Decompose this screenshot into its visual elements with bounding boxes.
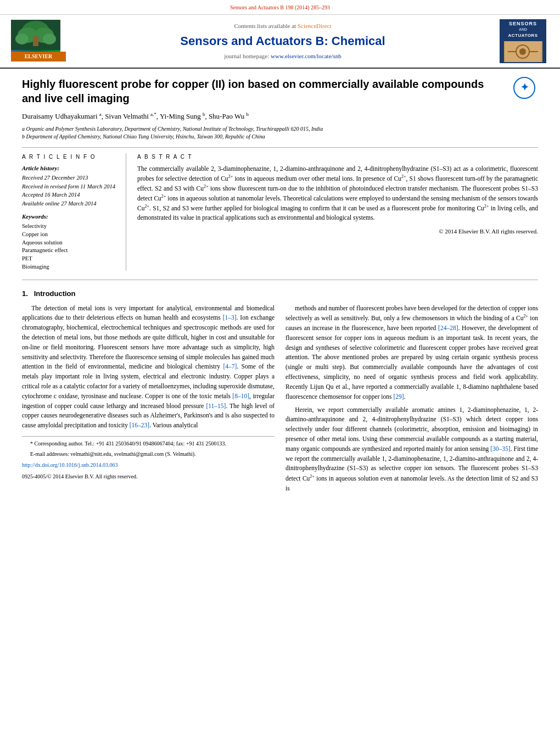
section-1-title: 1. Introduction — [22, 289, 538, 299]
ref-4-7: [4–7] — [223, 363, 237, 370]
ref-29: [29] — [393, 393, 404, 400]
accepted-date: Accepted 16 March 2014 — [22, 191, 117, 199]
sensors-line3: AcTuators — [508, 33, 538, 38]
article-history-title: Article history: — [22, 164, 117, 172]
svg-point-5 — [15, 34, 29, 44]
svg-point-6 — [43, 34, 56, 44]
article-content: Highly fluorescent probe for copper (II)… — [0, 69, 560, 276]
doi-link[interactable]: http://dx.doi.org/10.1016/j.snb.2014.03.… — [22, 462, 118, 468]
footnote-corresponding: * Corresponding author. Tel.: +91 431 25… — [22, 439, 275, 448]
article-info: Article history: Received 27 December 20… — [22, 164, 117, 271]
abstract-text: The commercially available 2, 3-diaminop… — [137, 164, 538, 223]
ref-16-23: [16–23] — [130, 422, 149, 428]
copyright: © 2014 Elsevier B.V. All rights reserved… — [137, 227, 538, 236]
intro-para-3: Herein, we report commercially available… — [285, 405, 538, 494]
issn-area: 0925-4005/© 2014 Elsevier B.V. All right… — [22, 472, 275, 481]
keyword-6: Bioimaging — [22, 263, 117, 271]
doi-area: http://dx.doi.org/10.1016/j.snb.2014.03.… — [22, 461, 275, 470]
divider-1 — [22, 147, 538, 148]
ref-1-3: [1–3] — [223, 314, 237, 321]
keyword-5: PET — [22, 255, 117, 263]
ref-11-15: [11–15] — [206, 403, 226, 409]
keyword-1: Selectivity — [22, 222, 117, 231]
received-revised-date: Received in revised form 11 March 2014 — [22, 183, 117, 191]
footnote-email: E-mail addresses: velmathi@nitt.edu, sve… — [22, 450, 275, 459]
top-bar: Sensors and Actuators B 198 (2014) 285–2… — [0, 0, 560, 15]
article-info-col: A R T I C L E I N F O Article history: R… — [22, 153, 126, 271]
intro-columns: The detection of metal ions is very impo… — [22, 304, 538, 497]
available-date: Available online 27 March 2014 — [22, 200, 117, 208]
journal-title: Sensors and Actuators B: Chemical — [77, 33, 489, 50]
article-info-heading: A R T I C L E I N F O — [22, 153, 117, 161]
page: Sensors and Actuators B 198 (2014) 285–2… — [0, 0, 560, 503]
sensors-logo: SENSORS and AcTuators — [500, 19, 549, 63]
homepage-link: journal homepage: www.elsevier.com/locat… — [77, 52, 489, 60]
elsevier-logo: ELSEVIER — [11, 21, 66, 62]
crossmark-icon: ✦ — [513, 77, 535, 99]
body-content: 1. Introduction The detection of metal i… — [0, 283, 560, 502]
sensors-line2: and — [519, 27, 527, 32]
svg-point-9 — [519, 48, 526, 55]
authors-line: Duraisamy Udhayakumari a, Sivan Velmathi… — [22, 111, 538, 122]
footnote-area: * Corresponding author. Tel.: +91 431 25… — [22, 436, 275, 458]
affiliation-a: a Organic and Polymer Synthesis Laborato… — [22, 125, 538, 133]
article-reference: Sensors and Actuators B 198 (2014) 285–2… — [230, 4, 330, 10]
keyword-2: Copper ion — [22, 231, 117, 239]
keyword-4: Paramagnetic effect — [22, 247, 117, 255]
contents-link: Contents lists available at ScienceDirec… — [77, 22, 489, 30]
ref-8-10: [8–10] — [232, 393, 249, 399]
article-title: Highly fluorescent probe for copper (II)… — [22, 77, 538, 105]
crossmark: ✦ — [513, 77, 538, 102]
ref-24-28: [24–28] — [438, 325, 458, 331]
sciencedirect-link[interactable]: ScienceDirect — [298, 23, 332, 29]
keyword-3: Aqueous solution — [22, 239, 117, 247]
affiliation-b: b Department of Applied Chemistry, Natio… — [22, 133, 538, 141]
elsevier-image — [11, 21, 60, 52]
ref-30-35: [30–35] — [490, 445, 510, 452]
intro-col-left: The detection of metal ions is very impo… — [22, 304, 275, 497]
keywords-title: Keywords: — [22, 213, 117, 221]
sensors-line1: SENSORS — [509, 21, 537, 27]
received-date: Received 27 December 2013 — [22, 174, 117, 182]
affiliations: a Organic and Polymer Synthesis Laborato… — [22, 125, 538, 141]
abstract-heading: A B S T R A C T — [137, 153, 538, 161]
intro-para-1: The detection of metal ions is very impo… — [22, 304, 275, 431]
elsevier-label: ELSEVIER — [11, 52, 66, 62]
abstract-col: A B S T R A C T The commercially availab… — [137, 153, 538, 271]
intro-col-right: methods and number of fluorescent probes… — [285, 304, 538, 497]
homepage-url[interactable]: www.elsevier.com/locate/snb — [271, 53, 341, 59]
article-info-abstract: A R T I C L E I N F O Article history: R… — [22, 153, 538, 271]
intro-para-2: methods and number of fluorescent probes… — [285, 304, 538, 402]
sensors-logo-box: SENSORS and AcTuators — [500, 19, 546, 63]
journal-title-area: Contents lists available at ScienceDirec… — [66, 22, 500, 60]
journal-header: ELSEVIER Contents lists available at Sci… — [0, 15, 560, 69]
divider-2 — [22, 280, 538, 280]
svg-rect-4 — [33, 36, 38, 46]
